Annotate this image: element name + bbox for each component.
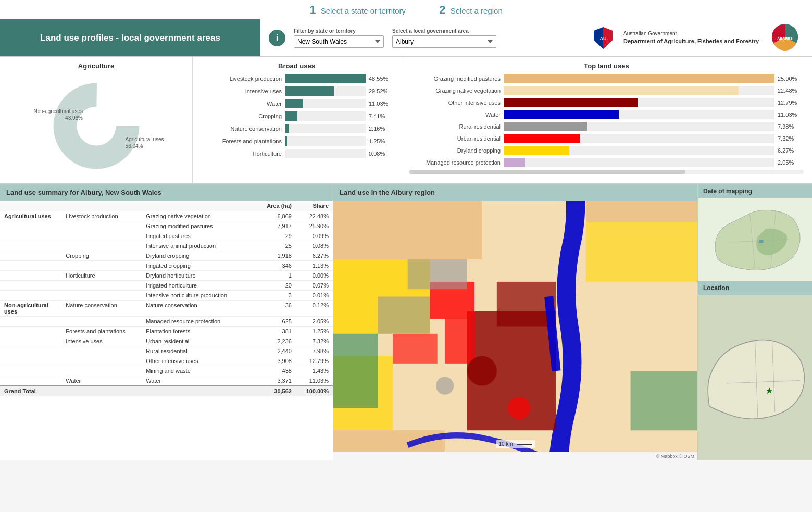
svg-point-26 [436, 377, 454, 395]
cat3-cell: Nature conservation [142, 301, 246, 317]
cat1-cell [0, 251, 61, 261]
summary-panel: Land use summary for Albury, New South W… [0, 184, 333, 460]
top-bar-row: Grazing modified pastures 25.90% [409, 74, 804, 83]
share-cell: 25.90% [296, 221, 333, 231]
area-cell: 25 [246, 241, 296, 251]
donut-svg [44, 74, 148, 178]
au-shield-icon: AU [593, 27, 613, 49]
cat1-cell [0, 346, 61, 356]
top-bar-fill [504, 122, 587, 131]
cat1-cell [0, 356, 61, 366]
gov-name-block: Australian Government Department of Agri… [623, 30, 759, 45]
svg-rect-16 [586, 201, 697, 222]
area-cell: 2,236 [246, 336, 296, 346]
svg-rect-23 [631, 371, 697, 430]
area-cell: 20 [246, 281, 296, 291]
state-filter-group: Filter by state or territory New South W… [294, 28, 384, 48]
svg-point-24 [467, 356, 497, 386]
broad-bar-label: Intensive uses [201, 88, 282, 94]
cat2-cell: Cropping [61, 251, 142, 261]
broad-bar-label: Forests and plantations [201, 138, 282, 144]
svg-rect-22 [333, 334, 378, 408]
share-cell: 6.27% [296, 251, 333, 261]
broad-bar-row: Intensive uses 29.52% [201, 86, 392, 96]
broad-bar-value: 29.52% [369, 88, 392, 94]
table-row: Intensive uses Urban residential 2,236 7… [0, 336, 333, 346]
cat2-cell [61, 291, 142, 301]
svg-text:ABARES: ABARES [777, 36, 793, 40]
cat3-cell: Dryland horticulture [142, 271, 246, 281]
broad-bar-fill [285, 111, 297, 121]
svg-rect-31 [759, 240, 764, 243]
svg-rect-10 [445, 319, 474, 364]
share-cell: 0.01% [296, 291, 333, 301]
table-row: Mining and waste 438 1.43% [0, 366, 333, 376]
area-cell: 30,562 [246, 386, 296, 396]
cat3-cell: Managed resource protection [142, 317, 246, 327]
top-bar-track [504, 122, 774, 131]
svg-point-25 [508, 397, 530, 419]
nsw-mini-map [698, 198, 812, 281]
share-cell: 11.03% [296, 376, 333, 386]
col-cat1 [0, 201, 61, 211]
step1-text: Select a state or territory [321, 6, 406, 15]
area-cell: 3 [246, 291, 296, 301]
cat2-cell [61, 386, 142, 396]
cat1-cell [0, 271, 61, 281]
cat3-cell: Other intensive uses [142, 356, 246, 366]
cat3-cell [142, 386, 246, 396]
broad-bar-row: Nature conservation 2.16% [201, 124, 392, 133]
top-bar-value: 6.27% [778, 147, 804, 154]
cat1-cell [0, 281, 61, 291]
region-filter-select[interactable]: Albury [392, 35, 496, 48]
area-cell: 2,440 [246, 346, 296, 356]
broad-bar-label: Livestock production [201, 76, 282, 82]
map-scale: 10 km [495, 440, 535, 448]
donut-chart: Non-agricultural uses 43.96% Agricultura… [44, 74, 148, 178]
cat3-cell: Grazing native vegetation [142, 211, 246, 221]
abares-logo: ABARES [771, 23, 798, 51]
cat2-cell: Intensive uses [61, 336, 142, 346]
broad-bar-label: Nature conservation [201, 126, 282, 132]
state-filter-label: Filter by state or territory [294, 28, 384, 34]
cat2-cell [61, 261, 142, 271]
broad-bar-track [285, 136, 366, 146]
info-icon[interactable]: i [269, 30, 285, 46]
share-cell: 0.08% [296, 241, 333, 251]
col-area: Area (ha) [246, 201, 296, 211]
cat2-cell [61, 346, 142, 356]
cat3-cell: Intensive horticulture production [142, 291, 246, 301]
cat2-cell [61, 356, 142, 366]
svg-rect-14 [586, 222, 697, 282]
table-row: Irrigated pastures 29 0.09% [0, 231, 333, 241]
top-bar-value: 22.48% [778, 88, 804, 94]
agriculture-panel: Agriculture Non-agricultural uses 43.96%… [0, 57, 193, 183]
non-agri-label: Non-agricultural uses 43.96% [34, 108, 83, 121]
table-row: Agricultural uses Livestock production G… [0, 211, 333, 221]
top-bar-row: Grazing native vegetation 22.48% [409, 86, 804, 95]
top-uses-title: Top land uses [409, 62, 804, 70]
top-bar-value: 12.79% [778, 99, 804, 106]
broad-bar-value: 0.08% [369, 151, 392, 157]
table-row: Water Water 3,371 11.03% [0, 376, 333, 386]
top-bar-fill [504, 86, 739, 95]
share-cell: 22.48% [296, 211, 333, 221]
state-filter-select[interactable]: New South Wales Victoria Queensland Sout… [294, 35, 384, 48]
broad-bar-fill [285, 124, 289, 133]
region-filter-label: Select a local government area [392, 28, 496, 34]
broad-bar-label: Water [201, 101, 282, 107]
donut-hole [78, 108, 115, 144]
table-row: Intensive horticulture production 3 0.01… [0, 291, 333, 301]
cat3-cell: Mining and waste [142, 366, 246, 376]
top-bar-row: Urban residential 7.32% [409, 134, 804, 143]
cat2-cell [61, 241, 142, 251]
area-cell: 7,917 [246, 221, 296, 231]
top-bar-track [504, 134, 774, 143]
top-bar-row: Rural residential 7.98% [409, 122, 804, 131]
cat1-cell: Agricultural uses [0, 211, 61, 221]
top-bar-label: Managed resource protection [409, 159, 501, 166]
top-bar-fill [504, 110, 619, 119]
australia-location-map: ★ [698, 295, 812, 460]
broad-bar-value: 48.55% [369, 76, 392, 82]
broad-bar-value: 7.41% [369, 113, 392, 119]
